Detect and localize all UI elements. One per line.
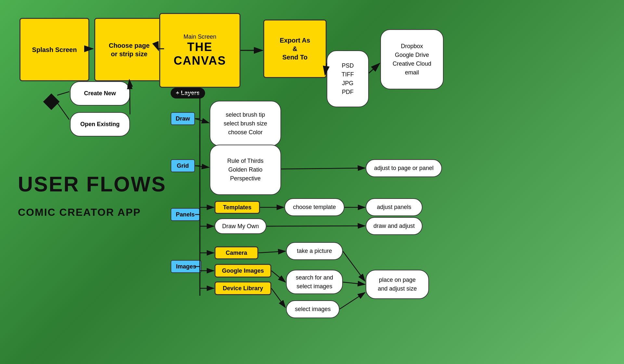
choose-template-node: choose template [284, 198, 344, 216]
export-formats-node: PSDTIFFJPGPDF [327, 50, 369, 107]
search-select-images-label: search for andselect images [296, 273, 333, 291]
cloud-services-node: DropboxGoogle DriveCreative Cloudemail [380, 29, 444, 89]
choose-page-label: Choose pageor strip size [109, 41, 150, 58]
comic-creator-label: COMIC CREATOR APP [18, 206, 141, 218]
search-select-images-node: search for andselect images [286, 270, 343, 294]
device-library-node: Device Library [214, 281, 271, 295]
adjust-page-panel-node: adjust to page or panel [366, 159, 442, 177]
google-images-node: Google Images [214, 264, 271, 278]
take-picture-node: take a picture [286, 242, 343, 260]
place-on-page-node: place on pageand adjust size [366, 270, 429, 299]
grid-options-label: Rule of ThirdsGolden RatioPerspective [227, 157, 264, 183]
draw-options-node: select brush tipselect brush sizechoose … [210, 101, 281, 146]
splash-screen-node: Splash Screen [20, 18, 89, 81]
select-images-label: select images [295, 305, 331, 314]
panels-node: Panels [171, 208, 200, 221]
draw-and-adjust-label: draw and adjust [373, 222, 415, 230]
panels-label: Panels [176, 211, 195, 218]
images-label: Images [176, 263, 196, 270]
svg-line-30 [271, 271, 285, 282]
svg-line-34 [340, 292, 365, 309]
draw-node: Draw [171, 112, 195, 125]
draw-my-own-label: Draw My Own [222, 222, 259, 231]
open-existing-label: Open Existing [80, 121, 120, 128]
choose-template-label: choose template [293, 203, 336, 212]
export-label: Export As&Send To [280, 36, 310, 61]
templates-node: Templates [214, 201, 260, 214]
adjust-panels-node: adjust panels [366, 198, 422, 216]
open-existing-node: Open Existing [70, 112, 130, 136]
decision-diamond [43, 94, 60, 110]
user-flows-label: USER FLOWS [18, 173, 166, 196]
adjust-panels-label: adjust panels [377, 203, 411, 212]
layers-node: + Layers [171, 88, 205, 98]
draw-options-label: select brush tipselect brush sizechoose … [224, 110, 267, 137]
export-formats-label: PSDTIFFJPGPDF [342, 61, 354, 97]
svg-line-8 [57, 92, 69, 95]
select-images-node: select images [286, 300, 340, 318]
svg-line-33 [343, 282, 365, 284]
device-library-label: Device Library [223, 285, 263, 292]
svg-line-31 [271, 288, 285, 307]
comic-creator-title: COMIC CREATOR APP [18, 206, 141, 218]
adjust-page-panel-label: adjust to page or panel [374, 164, 434, 173]
user-flows-title: USER FLOWS [18, 172, 166, 196]
export-node: Export As&Send To [263, 20, 327, 78]
grid-options-node: Rule of ThirdsGolden RatioPerspective [210, 145, 281, 195]
main-screen-node: Main Screen THE CANVAS [159, 13, 240, 88]
draw-label: Draw [176, 115, 190, 122]
templates-label: Templates [223, 204, 252, 211]
svg-line-32 [343, 251, 365, 281]
grid-node: Grid [171, 159, 195, 172]
create-new-label: Create New [84, 90, 116, 97]
draw-and-adjust-node: draw and adjust [366, 217, 422, 235]
svg-line-15 [195, 119, 209, 123]
cloud-services-label: DropboxGoogle DriveCreative Cloudemail [393, 42, 431, 77]
svg-line-17 [195, 166, 209, 167]
svg-line-18 [281, 168, 365, 169]
place-on-page-label: place on pageand adjust size [378, 276, 417, 293]
svg-line-7 [369, 63, 380, 73]
svg-line-29 [258, 251, 285, 253]
camera-label: Camera [226, 250, 247, 256]
grid-label: Grid [177, 162, 189, 169]
layers-label: + Layers [176, 90, 200, 96]
splash-screen-label: Splash Screen [32, 46, 77, 54]
images-node: Images [171, 260, 202, 273]
main-screen-label: Main Screen THE CANVAS [160, 33, 240, 68]
take-picture-label: take a picture [297, 247, 332, 255]
choose-page-node: Choose pageor strip size [94, 18, 164, 81]
create-new-node: Create New [70, 81, 130, 106]
google-images-label: Google Images [222, 267, 264, 274]
camera-node: Camera [214, 246, 258, 259]
svg-line-9 [57, 103, 69, 120]
draw-my-own-node: Draw My Own [214, 218, 266, 234]
svg-line-24 [266, 226, 365, 226]
